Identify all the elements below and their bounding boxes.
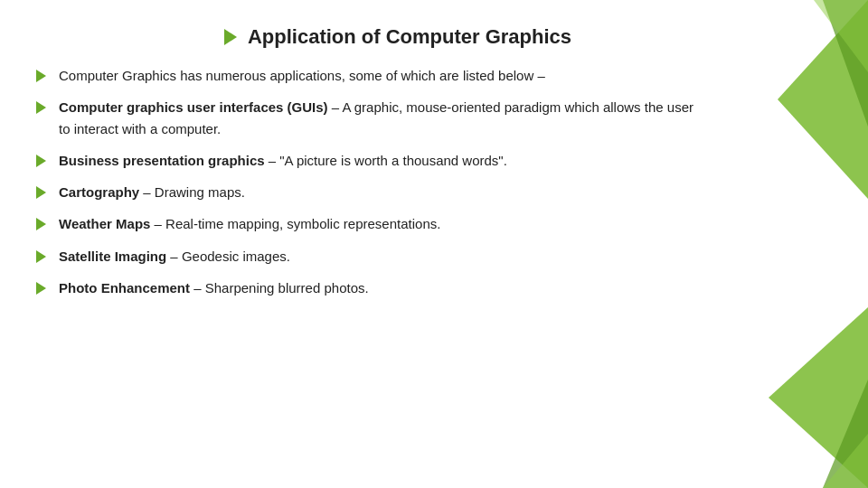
bullet-guis: Computer graphics user interfaces (GUIs)…: [36, 97, 705, 139]
bullet-business-text: Business presentation graphics – "A pict…: [59, 150, 507, 171]
bullet-cartography: Cartography – Drawing maps.: [36, 182, 705, 202]
title-bullet-icon: [224, 29, 237, 45]
bullet-intro-text: Computer Graphics has numerous applicati…: [59, 65, 545, 86]
bullet-arrow-icon: [36, 155, 46, 167]
bullet-arrow-icon: [36, 101, 46, 114]
bullet-cartography-text: Cartography – Drawing maps.: [59, 182, 245, 202]
bullet-arrow-icon: [36, 70, 46, 82]
bullet-weather: Weather Maps – Real-time mapping, symbol…: [36, 213, 705, 234]
page-title: Application of Computer Graphics: [248, 25, 571, 49]
page-content: Application of Computer Graphics Compute…: [0, 0, 868, 327]
title-row: Application of Computer Graphics: [36, 25, 705, 49]
bullet-arrow-icon: [36, 250, 46, 263]
bullet-weather-text: Weather Maps – Real-time mapping, symbol…: [59, 213, 440, 234]
bullet-arrow-icon: [36, 186, 46, 199]
bullet-guis-text: Computer graphics user interfaces (GUIs)…: [59, 97, 705, 139]
bullet-photo: Photo Enhancement – Sharpening blurred p…: [36, 277, 705, 298]
deco-bottom-right: [741, 307, 868, 488]
bullet-intro: Computer Graphics has numerous applicati…: [36, 65, 705, 86]
bullet-arrow-icon: [36, 282, 46, 295]
bullet-photo-text: Photo Enhancement – Sharpening blurred p…: [59, 277, 369, 298]
bullet-satellite-text: Satellite Imaging – Geodesic images.: [59, 246, 290, 267]
bullet-business: Business presentation graphics – "A pict…: [36, 150, 705, 171]
bullet-satellite: Satellite Imaging – Geodesic images.: [36, 246, 705, 267]
bullet-arrow-icon: [36, 218, 46, 230]
